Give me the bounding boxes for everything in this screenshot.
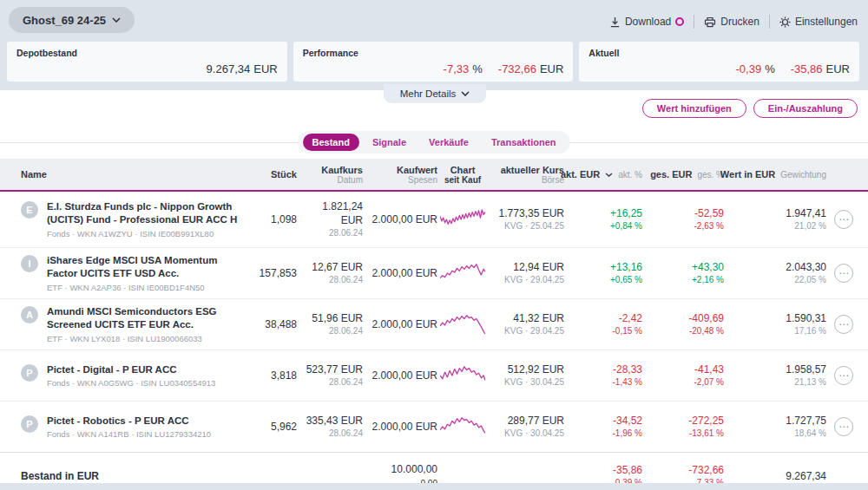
summary-cards: Depotbestand 9.267,34 EUR Performance -7… xyxy=(7,42,859,82)
divider xyxy=(769,15,770,29)
ges-eur-value: -409,69 xyxy=(644,311,724,325)
gewichtung-value: 22,05 % xyxy=(726,274,826,286)
akt-pct-value: +0,84 % xyxy=(566,220,642,232)
performance-unit: EUR xyxy=(540,62,563,75)
bestand-ges-eur: -732,66 xyxy=(644,463,724,477)
ges-pct-value: -13,61 % xyxy=(644,428,724,440)
kaufkurs-value: 1.821,24 EUR xyxy=(299,199,363,227)
bestand-akt-eur: -35,86 xyxy=(566,463,642,477)
kurs-value: 41,32 EUR xyxy=(488,311,564,325)
fund-meta: ETF · WKN A2AP36 · ISIN IE00BD1F4N50 xyxy=(47,283,248,292)
akt-pct-value: -1,96 % xyxy=(566,428,642,440)
row-menu-button[interactable]: ⋯ xyxy=(834,264,853,283)
depot-value: 9.267,34 xyxy=(207,62,251,75)
tab-bar: Bestand Signale Verkäufe Transaktionen xyxy=(0,131,868,154)
fund-meta: Fonds · WKN A141RB · ISIN LU1279334210 xyxy=(47,429,211,439)
download-button[interactable]: Download xyxy=(609,16,684,28)
header-kaufwert[interactable]: Kaufwert xyxy=(365,165,437,175)
fund-name[interactable]: Pictet - Robotics - P EUR ACC xyxy=(47,415,211,428)
header-ges-eur[interactable]: ges. EUR xyxy=(650,169,692,180)
kurs-value: 289,77 EUR xyxy=(488,414,564,428)
table-row[interactable]: E E.I. Sturdza Funds plc - Nippon Growth… xyxy=(0,192,868,247)
ges-eur-value: -41,43 xyxy=(644,363,724,376)
table-row[interactable]: P Pictet - Robotics - P EUR ACC Fonds · … xyxy=(0,401,868,452)
print-label: Drucken xyxy=(720,16,760,28)
header-name[interactable]: Name xyxy=(21,169,257,180)
akt-eur-value: -2,42 xyxy=(566,311,642,325)
row-menu-button[interactable]: ⋯ xyxy=(834,366,853,385)
depot-card: Depotbestand 9.267,34 EUR xyxy=(7,42,287,82)
kauf-datum: 28.06.24 xyxy=(299,428,363,440)
header-stueck[interactable]: Stück xyxy=(257,169,299,180)
wert-value: 1.590,31 xyxy=(726,311,826,325)
top-actions: Download Drucken Einstellungen xyxy=(609,15,858,29)
sparkline-chart xyxy=(440,207,485,232)
fund-name[interactable]: iShares Edge MSCI USA Momentum Factor UC… xyxy=(47,254,248,280)
performance-value: -732,66 xyxy=(498,62,536,75)
fund-meta: ETF · WKN LYX018 · ISIN LU1900066033 xyxy=(47,334,248,343)
kauf-datum: 28.06.24 xyxy=(299,227,363,239)
fund-letter-icon: I xyxy=(21,255,38,272)
fund-name[interactable]: E.I. Sturdza Funds plc - Nippon Growth (… xyxy=(47,200,248,226)
settings-label: Einstellungen xyxy=(795,16,858,28)
table-row[interactable]: I iShares Edge MSCI USA Momentum Factor … xyxy=(0,247,868,298)
more-details-button[interactable]: Mehr Details xyxy=(384,84,486,103)
gear-icon xyxy=(779,16,791,28)
download-label: Download xyxy=(625,16,671,28)
akt-eur-value: -34,52 xyxy=(566,414,642,428)
row-menu-button[interactable]: ⋯ xyxy=(834,417,853,436)
portfolio-selector[interactable]: Ghost_69 24-25 xyxy=(9,7,135,33)
akt-pct-value: +0,65 % xyxy=(566,274,642,286)
add-value-button[interactable]: Wert hinzufügen xyxy=(642,99,746,118)
kaufwert-value: 2.000,00 EUR xyxy=(365,369,439,382)
row-menu-button[interactable]: ⋯ xyxy=(834,210,853,229)
kurs-quelle: KVG · 25.04.25 xyxy=(488,220,564,232)
gewichtung-value: 21,13 % xyxy=(726,376,826,389)
tab-signale[interactable]: Signale xyxy=(363,134,416,151)
row-menu-button[interactable]: ⋯ xyxy=(834,315,853,334)
kurs-value: 12,94 EUR xyxy=(488,260,564,274)
ges-pct-value: -2,07 % xyxy=(644,376,724,389)
header-boerse: Börse xyxy=(488,175,564,185)
tab-transaktionen[interactable]: Transaktionen xyxy=(482,134,566,151)
fund-name[interactable]: Amundi MSCI Semiconductors ESG Screened … xyxy=(47,305,248,331)
fund-name[interactable]: Pictet - Digital - P EUR ACC xyxy=(47,363,215,376)
bestand-wert: 9.267,34 xyxy=(726,469,828,483)
table-row[interactable]: P Pictet - Digital - P EUR ACC Fonds · W… xyxy=(0,350,868,401)
gewichtung-value: 18,64 % xyxy=(726,428,826,440)
tab-verkaeufe[interactable]: Verkäufe xyxy=(419,134,478,151)
print-button[interactable]: Drucken xyxy=(704,16,760,28)
aktuell-unit: EUR xyxy=(826,62,850,75)
table-row[interactable]: A Amundi MSCI Semiconductors ESG Screene… xyxy=(0,298,868,350)
kaufwert-value: 2.000,00 EUR xyxy=(365,420,439,434)
bestand-label: Bestand in EUR xyxy=(21,470,257,482)
header-akt-pct[interactable]: akt. % xyxy=(618,170,642,180)
sparkline-chart xyxy=(440,363,485,388)
header-chart-sub: seit Kauf xyxy=(439,175,486,185)
header-kurs[interactable]: aktueller Kurs xyxy=(488,165,564,175)
stueck-value: 5,962 xyxy=(257,420,299,434)
header-kaufkurs[interactable]: Kaufkurs xyxy=(299,165,363,175)
payment-button[interactable]: Ein-/Auszahlung xyxy=(753,99,858,118)
tab-bestand[interactable]: Bestand xyxy=(303,134,359,151)
kurs-value: 1.773,35 EUR xyxy=(488,206,564,220)
stueck-value: 1,098 xyxy=(257,212,299,226)
performance-pct: -7,33 xyxy=(444,62,470,75)
header-gewichtung[interactable]: Gewichtung xyxy=(780,170,826,180)
kauf-datum: 28.06.24 xyxy=(299,376,363,389)
header-wert[interactable]: Wert in EUR xyxy=(720,169,775,180)
portfolio-name: Ghost_69 24-25 xyxy=(23,14,106,27)
more-details-label: Mehr Details xyxy=(400,88,457,99)
aktuell-pct-unit: % xyxy=(765,62,775,75)
kauf-datum: 28.06.24 xyxy=(299,274,363,286)
depot-unit: EUR xyxy=(253,62,277,75)
sort-desc-icon[interactable] xyxy=(605,173,613,177)
header-akt-eur[interactable]: akt. EUR xyxy=(561,169,600,180)
akt-eur-value: +16,25 xyxy=(566,206,642,220)
settings-button[interactable]: Einstellungen xyxy=(779,16,858,28)
performance-card-label: Performance xyxy=(303,48,358,58)
kaufwert-value: 2.000,00 EUR xyxy=(365,317,439,331)
kurs-quelle: KVG · 29.04.25 xyxy=(488,325,564,337)
aktuell-card: Aktuell -0,39 % -35,86 EUR xyxy=(579,42,859,82)
wert-value: 1.958,57 xyxy=(726,363,826,376)
